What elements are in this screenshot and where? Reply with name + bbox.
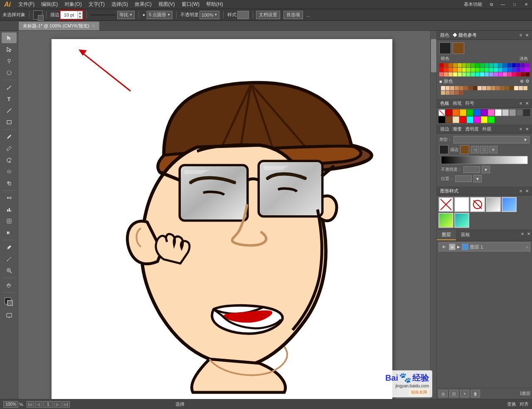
skin-color-cell[interactable]	[441, 91, 445, 95]
skin-color-cell[interactable]	[450, 86, 454, 90]
gradient-preview-bar[interactable]	[441, 156, 528, 164]
menu-view[interactable]: 视图(V)	[155, 0, 178, 9]
color-cell[interactable]	[439, 63, 443, 67]
document-tab[interactable]: 未标题-1* @ 100% (CMYK/预览) ✕	[18, 21, 100, 30]
layer-name[interactable]: 图层 1	[470, 244, 524, 250]
brushes-tab[interactable]: 画笔	[453, 100, 462, 106]
swatch-8[interactable]	[502, 109, 509, 116]
color-cell[interactable]	[507, 63, 512, 67]
style-item-7[interactable]	[454, 213, 469, 228]
color-cell[interactable]	[480, 68, 484, 72]
color-cell[interactable]	[485, 72, 489, 76]
color-cell[interactable]	[521, 63, 525, 67]
swatch-10[interactable]	[516, 109, 523, 116]
color-cell[interactable]	[512, 63, 516, 67]
locate-object-btn[interactable]: ◎	[438, 390, 448, 397]
skin-color-cell[interactable]	[491, 86, 495, 90]
color-cell[interactable]	[439, 72, 443, 76]
skin-color-cell[interactable]	[519, 86, 523, 90]
skin-color-cell[interactable]	[455, 86, 459, 90]
create-new-layer-btn[interactable]: +	[460, 390, 469, 397]
panel-close-icon[interactable]: ✕	[525, 33, 529, 37]
swatches-tab[interactable]: 色板	[440, 100, 449, 106]
align-toggle[interactable]: 对齐	[520, 401, 529, 407]
color-cell[interactable]	[489, 63, 493, 67]
color-cell[interactable]	[453, 68, 457, 72]
color-cell[interactable]	[453, 63, 457, 67]
first-page-btn[interactable]: |◁	[27, 401, 34, 408]
color-cell[interactable]	[439, 68, 443, 72]
line-type-dropdown[interactable]: 等比 ▼	[117, 11, 135, 19]
style-preview[interactable]	[237, 11, 249, 19]
color-cell[interactable]	[489, 72, 493, 76]
more-button[interactable]: ...	[306, 12, 310, 17]
gradient-btn-2[interactable]: □	[480, 146, 488, 153]
skin-color-cell[interactable]	[523, 86, 527, 90]
layer-target-indicator[interactable]: ◉	[449, 244, 456, 250]
color-cell[interactable]	[448, 63, 453, 67]
doc-settings-button[interactable]: 文档设置	[256, 11, 280, 19]
skin-color-cell[interactable]	[482, 86, 486, 90]
color-cell[interactable]	[475, 63, 480, 67]
color-cell[interactable]	[516, 63, 520, 67]
color-cell[interactable]	[448, 72, 453, 76]
last-page-btn[interactable]: ▷|	[62, 401, 70, 408]
color-cell[interactable]	[458, 63, 462, 67]
color-cell[interactable]	[516, 72, 520, 76]
color-cell[interactable]	[507, 72, 512, 76]
skin-color-cell[interactable]	[464, 86, 468, 90]
position-input[interactable]	[455, 175, 472, 182]
swatch-14[interactable]	[453, 116, 459, 123]
skin-color-cell[interactable]	[450, 91, 454, 95]
swatch-3[interactable]	[467, 109, 473, 116]
color-cell[interactable]	[512, 72, 516, 76]
style-item-3[interactable]	[470, 197, 485, 212]
color-cell[interactable]	[453, 72, 457, 76]
swatch-6[interactable]	[488, 109, 495, 116]
swatch-9[interactable]	[509, 109, 516, 116]
swatch-12[interactable]	[438, 116, 445, 123]
window-close[interactable]: ✕	[520, 0, 532, 9]
stroke-size-input[interactable]	[61, 11, 77, 19]
layer-options-icon[interactable]: ○	[526, 245, 528, 249]
symbols-tab[interactable]: 符号	[465, 100, 474, 106]
skin-color-cell[interactable]	[510, 86, 514, 90]
gradient-swatch-2[interactable]	[460, 145, 469, 154]
skin-color-cell[interactable]	[446, 86, 450, 90]
swatch-4[interactable]	[474, 109, 480, 116]
style-item-4[interactable]	[486, 197, 501, 212]
color-cell[interactable]	[480, 72, 484, 76]
color-cell[interactable]	[512, 68, 516, 72]
swatch-7[interactable]	[495, 109, 502, 116]
layer-visibility-toggle[interactable]: 👁	[441, 244, 447, 250]
color-tab[interactable]: 颜色	[440, 32, 449, 38]
color-cell[interactable]	[448, 68, 453, 72]
graphic-styles-close[interactable]: ✕	[525, 189, 529, 193]
panel-expand-icon[interactable]: ≡	[520, 33, 522, 37]
skin-color-cell[interactable]	[487, 86, 491, 90]
tool-zoom[interactable]	[2, 265, 17, 276]
skin-color-cell[interactable]	[446, 91, 450, 95]
swatch-16[interactable]	[467, 116, 473, 123]
skin-color-cell[interactable]	[473, 86, 477, 90]
style-item-5[interactable]	[502, 197, 517, 212]
canvas-scroll[interactable]	[18, 31, 436, 399]
transform-toggle[interactable]: 变换	[507, 401, 516, 407]
appearance-tab[interactable]: 外观	[482, 126, 491, 132]
color-cell[interactable]	[485, 63, 489, 67]
color-cell[interactable]	[444, 72, 448, 76]
color-cell[interactable]	[466, 68, 470, 72]
gradient-swatch-1[interactable]	[439, 145, 448, 154]
swatch-19[interactable]	[488, 116, 495, 123]
page-input[interactable]	[43, 401, 53, 408]
graphic-styles-tab[interactable]: 图形样式	[440, 188, 458, 194]
swatch-5[interactable]	[481, 109, 488, 116]
skin-color-cell[interactable]	[514, 86, 518, 90]
color-cell[interactable]	[525, 68, 530, 72]
color-cell[interactable]	[503, 68, 507, 72]
color-cell[interactable]	[458, 68, 462, 72]
color-ref-tab[interactable]: ◆ 颜色参考	[453, 32, 477, 38]
color-cell[interactable]	[503, 72, 507, 76]
color-cell[interactable]	[462, 72, 466, 76]
tool-measure[interactable]	[2, 254, 17, 264]
